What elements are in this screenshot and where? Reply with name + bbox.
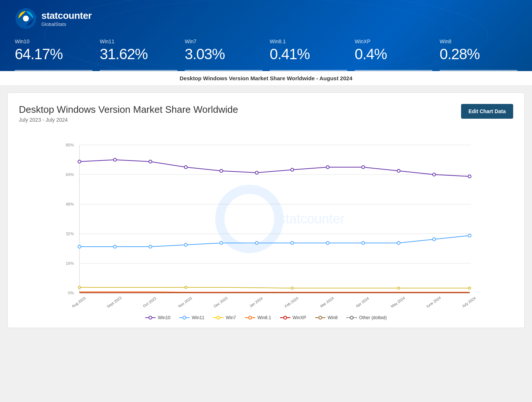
chart-container: Desktop Windows Version Market Share Wor… bbox=[7, 92, 525, 328]
stat-item-winxp: WinXP 0.4% bbox=[355, 38, 432, 71]
legend-label: Win11 bbox=[192, 315, 204, 320]
svg-point-49 bbox=[362, 241, 365, 244]
stat-value: 3.03% bbox=[185, 46, 262, 63]
logo-name: statcounter bbox=[41, 10, 92, 21]
stat-label: Win10 bbox=[15, 38, 92, 44]
svg-text:statcounter: statcounter bbox=[279, 211, 345, 226]
svg-point-43 bbox=[149, 245, 152, 248]
svg-point-45 bbox=[220, 241, 223, 244]
statcounter-logo-icon bbox=[15, 7, 37, 30]
chart-subtitle: July 2023 - July 2024 bbox=[19, 117, 238, 123]
stat-item-win11: Win11 31.62% bbox=[100, 38, 177, 71]
svg-text:Feb 2024: Feb 2024 bbox=[284, 296, 299, 308]
svg-point-69 bbox=[319, 316, 322, 319]
legend-item-win7: Win7 bbox=[213, 315, 236, 320]
svg-point-33 bbox=[220, 169, 223, 172]
legend-item-win8: Win8 bbox=[315, 315, 338, 320]
svg-point-29 bbox=[78, 160, 81, 163]
svg-point-56 bbox=[398, 287, 400, 289]
stat-value: 0.4% bbox=[355, 46, 432, 63]
stat-value: 0.41% bbox=[270, 46, 347, 63]
svg-point-47 bbox=[291, 241, 294, 244]
svg-point-34 bbox=[255, 171, 258, 174]
svg-text:June 2024: June 2024 bbox=[425, 295, 442, 308]
stat-item-win7: Win7 3.03% bbox=[185, 38, 262, 71]
header: statcounter GlobalStats Win10 64.17% Win… bbox=[0, 0, 532, 71]
svg-point-71 bbox=[350, 316, 353, 319]
svg-text:Aug 2023: Aug 2023 bbox=[71, 296, 86, 308]
stat-value: 31.62% bbox=[100, 46, 177, 63]
legend-line-icon bbox=[347, 315, 357, 320]
svg-point-53 bbox=[78, 286, 81, 288]
svg-point-30 bbox=[113, 158, 116, 161]
chart-title-area: Desktop Windows Version Market Share Wor… bbox=[19, 104, 238, 123]
stat-value: 64.17% bbox=[15, 46, 92, 63]
legend-item-win81: Win8.1 bbox=[245, 315, 271, 320]
svg-point-37 bbox=[362, 166, 365, 169]
legend-item-otherdotted: Other (dotted) bbox=[347, 315, 387, 320]
svg-point-40 bbox=[468, 175, 471, 178]
legend-label: Win8.1 bbox=[258, 315, 271, 320]
svg-point-63 bbox=[217, 316, 220, 319]
svg-text:Sept 2023: Sept 2023 bbox=[106, 295, 122, 308]
logo-text: statcounter GlobalStats bbox=[41, 10, 92, 27]
svg-text:32%: 32% bbox=[66, 232, 74, 236]
svg-text:Dec 2023: Dec 2023 bbox=[213, 296, 228, 308]
svg-point-41 bbox=[78, 245, 81, 248]
svg-text:64%: 64% bbox=[66, 172, 74, 177]
chart-svg-wrapper: 80% 64% 48% 32% 16% 0% Aug 2023 Sept 202… bbox=[19, 130, 513, 309]
svg-point-50 bbox=[397, 241, 400, 244]
svg-point-59 bbox=[149, 316, 152, 319]
logo-sub: GlobalStats bbox=[41, 21, 92, 27]
logo-area: statcounter GlobalStats bbox=[15, 7, 517, 30]
svg-text:Apr 2024: Apr 2024 bbox=[355, 296, 370, 308]
legend-item-win10: Win10 bbox=[145, 315, 170, 320]
chart-title: Desktop Windows Version Market Share Wor… bbox=[19, 104, 238, 115]
svg-point-44 bbox=[184, 243, 187, 246]
svg-point-48 bbox=[326, 241, 329, 244]
svg-point-39 bbox=[433, 173, 436, 176]
svg-point-35 bbox=[291, 168, 294, 171]
legend-line-icon bbox=[145, 315, 156, 320]
legend-label: WinXP bbox=[293, 315, 306, 320]
legend-label: Win8 bbox=[328, 315, 338, 320]
svg-point-55 bbox=[291, 287, 293, 289]
legend-item-winxp: WinXP bbox=[280, 315, 306, 320]
legend-label: Win7 bbox=[226, 315, 236, 320]
edit-chart-button[interactable]: Edit Chart Data bbox=[461, 104, 513, 119]
svg-point-57 bbox=[468, 287, 471, 289]
svg-point-52 bbox=[468, 234, 471, 237]
stat-label: Win8.1 bbox=[270, 38, 347, 44]
stat-item-win81: Win8.1 0.41% bbox=[270, 38, 347, 71]
svg-text:16%: 16% bbox=[66, 261, 74, 266]
svg-text:48%: 48% bbox=[66, 202, 74, 206]
stat-label: WinXP bbox=[355, 38, 432, 44]
legend-line-icon bbox=[213, 315, 224, 320]
chart-title-banner: Desktop Windows Version Market Share Wor… bbox=[0, 71, 532, 85]
svg-point-32 bbox=[184, 166, 187, 169]
chart-svg: 80% 64% 48% 32% 16% 0% Aug 2023 Sept 202… bbox=[19, 130, 513, 308]
svg-text:Nov 2023: Nov 2023 bbox=[177, 296, 193, 308]
stat-label: Win11 bbox=[100, 38, 177, 44]
svg-text:Jan 2024: Jan 2024 bbox=[249, 296, 263, 308]
svg-point-67 bbox=[284, 316, 287, 319]
svg-point-65 bbox=[249, 316, 252, 319]
legend-line-icon bbox=[280, 315, 290, 320]
svg-point-54 bbox=[185, 286, 187, 288]
svg-point-31 bbox=[149, 160, 152, 163]
legend-label: Other (dotted) bbox=[359, 315, 387, 320]
stat-item-win8: Win8 0.28% bbox=[440, 38, 517, 71]
legend-label: Win10 bbox=[158, 315, 170, 320]
legend-line-icon bbox=[179, 315, 190, 320]
svg-point-42 bbox=[113, 245, 116, 248]
svg-text:Oct 2023: Oct 2023 bbox=[142, 296, 157, 308]
svg-point-51 bbox=[433, 238, 436, 241]
legend-line-icon bbox=[245, 315, 255, 320]
svg-text:Mar 2024: Mar 2024 bbox=[320, 296, 335, 308]
legend-line-icon bbox=[315, 315, 325, 320]
stat-label: Win8 bbox=[440, 38, 517, 44]
stat-value: 0.28% bbox=[440, 46, 517, 63]
svg-text:0%: 0% bbox=[68, 291, 74, 295]
svg-point-61 bbox=[183, 316, 186, 319]
stat-item-win10: Win10 64.17% bbox=[15, 38, 92, 71]
